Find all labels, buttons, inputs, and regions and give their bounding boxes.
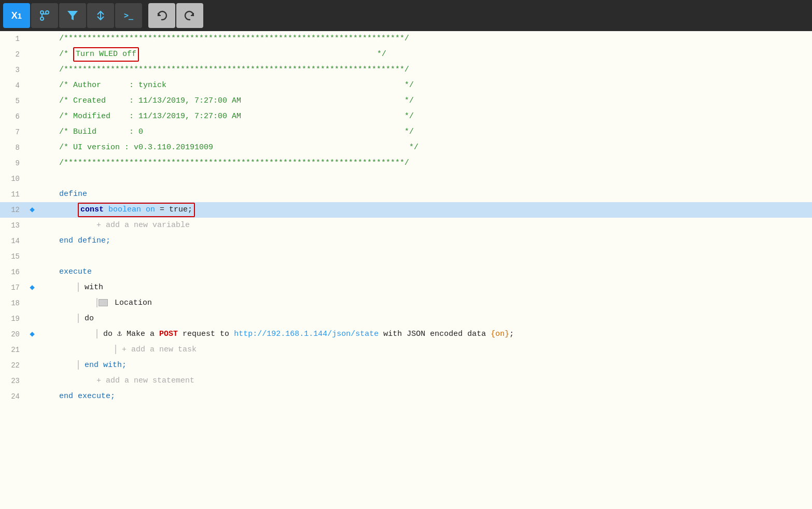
line-arrow-5	[26, 93, 38, 109]
line-3: 3 /*************************************…	[0, 62, 812, 78]
line-8: 8 /* UI version : v0.3.110.20191009 */	[0, 140, 812, 155]
line-num-9: 9	[0, 155, 26, 171]
line-num-17: 17	[0, 280, 26, 295]
line-num-24: 24	[0, 389, 26, 404]
keyword-define: define	[59, 190, 87, 199]
line-arrow-24	[26, 389, 38, 404]
line-arrow-16	[26, 264, 38, 280]
btn-branch[interactable]	[31, 3, 58, 28]
line-num-1: 1	[0, 31, 26, 47]
line-arrow-20[interactable]: ◆	[26, 327, 38, 342]
svg-point-2	[40, 17, 44, 20]
line-num-10: 10	[0, 171, 26, 187]
btn-undo[interactable]	[148, 3, 175, 28]
line-content-2: /* Turn WLED off */	[38, 47, 812, 62]
line-content-10	[38, 171, 812, 187]
line-num-4: 4	[0, 78, 26, 93]
line-content-19: do	[38, 311, 812, 327]
line-num-11: 11	[0, 187, 26, 202]
line-content-5: /* Created : 11/13/2019, 7:27:00 AM */	[38, 93, 812, 109]
const-box: const boolean on = true;	[78, 203, 195, 217]
line-content-24: end execute;	[38, 389, 812, 404]
line-11: 11 define	[0, 187, 812, 202]
line-content-14: end define;	[38, 233, 812, 249]
line-arrow-22	[26, 358, 38, 373]
svg-marker-5	[67, 11, 78, 20]
line-num-16: 16	[0, 264, 26, 280]
line-arrow-9	[26, 155, 38, 171]
line-arrow-14	[26, 233, 38, 249]
line-5: 5 /* Created : 11/13/2019, 7:27:00 AM */	[0, 93, 812, 109]
line-arrow-13	[26, 218, 38, 233]
line-content-4: /* Author : tynick */	[38, 78, 812, 93]
line-arrow-18	[26, 295, 38, 311]
line-7: 7 /* Build : 0 */	[0, 124, 812, 140]
line-9: 9 /*************************************…	[0, 155, 812, 171]
line-arrow-23	[26, 373, 38, 389]
line-arrow-6	[26, 109, 38, 124]
line-17: 17 ◆ with	[0, 280, 812, 295]
line-arrow-4	[26, 78, 38, 93]
line-content-17: with	[38, 280, 812, 295]
line-content-8: /* UI version : v0.3.110.20191009 */	[38, 140, 812, 155]
line-content-13: + add a new variable	[38, 218, 812, 233]
line-22: 22 end with;	[0, 358, 812, 373]
line-19: 19 do	[0, 311, 812, 327]
line-num-5: 5	[0, 93, 26, 109]
line-23: 23 + add a new statement	[0, 373, 812, 389]
line-24: 24 end execute;	[0, 389, 812, 404]
line-num-19: 19	[0, 311, 26, 327]
line-num-13: 13	[0, 218, 26, 233]
line-content-3: /***************************************…	[38, 62, 812, 78]
line-16: 16 execute	[0, 264, 812, 280]
line-arrow-21	[26, 342, 38, 358]
btn-terminal[interactable]: >_	[115, 3, 142, 28]
line-21: 21 + add a new task	[0, 342, 812, 358]
line-2: 2 /* Turn WLED off */	[0, 47, 812, 62]
line-arrow-10	[26, 171, 38, 187]
btn-filter[interactable]	[59, 3, 86, 28]
line-content-6: /* Modified : 11/13/2019, 7:27:00 AM */	[38, 109, 812, 124]
line-content-12: const boolean on = true;	[38, 202, 812, 218]
line-content-23: + add a new statement	[38, 373, 812, 389]
line-num-14: 14	[0, 233, 26, 249]
line-content-9: /***************************************…	[38, 155, 812, 171]
line-content-16: execute	[38, 264, 812, 280]
line-arrow-11	[26, 187, 38, 202]
line-num-2: 2	[0, 47, 26, 62]
code-lines: 1 /*************************************…	[0, 31, 812, 404]
line-content-18: Location	[38, 295, 812, 311]
btn-sort[interactable]	[87, 3, 114, 28]
line-arrow-7	[26, 124, 38, 140]
line-arrow-17[interactable]: ◆	[26, 280, 38, 295]
line-arrow-15	[26, 249, 38, 264]
line-content-1: /***************************************…	[38, 31, 812, 47]
line-content-7: /* Build : 0 */	[38, 124, 812, 140]
line-content-22: end with;	[38, 358, 812, 373]
line-arrow-12[interactable]: ◆	[26, 202, 38, 218]
line-18: 18 Location	[0, 295, 812, 311]
line-12: 12 ◆ const boolean on = true;	[0, 202, 812, 218]
line-arrow-2	[26, 47, 38, 62]
line-num-20: 20	[0, 327, 26, 342]
line-arrow-3	[26, 62, 38, 78]
line-4: 4 /* Author : tynick */	[0, 78, 812, 93]
toolbar: X1 >_	[0, 0, 812, 31]
line-arrow-19	[26, 311, 38, 327]
line-num-15: 15	[0, 249, 26, 264]
line-arrow-1	[26, 31, 38, 47]
btn-redo[interactable]	[176, 3, 203, 28]
line-content-15	[38, 249, 812, 264]
line-10: 10	[0, 171, 812, 187]
code-editor: 1 /*************************************…	[0, 31, 812, 509]
line-1: 1 /*************************************…	[0, 31, 812, 47]
line-13: 13 + add a new variable	[0, 218, 812, 233]
line-num-12: 12	[0, 202, 26, 218]
line-num-8: 8	[0, 140, 26, 155]
title-box: Turn WLED off	[73, 47, 139, 62]
line-content-20: do ⚓ Make a POST request to http://192.1…	[38, 327, 812, 342]
line-6: 6 /* Modified : 11/13/2019, 7:27:00 AM *…	[0, 109, 812, 124]
btn-x1[interactable]: X1	[3, 3, 30, 28]
line-num-18: 18	[0, 295, 26, 311]
line-20: 20 ◆ do ⚓ Make a POST request to http://…	[0, 327, 812, 342]
